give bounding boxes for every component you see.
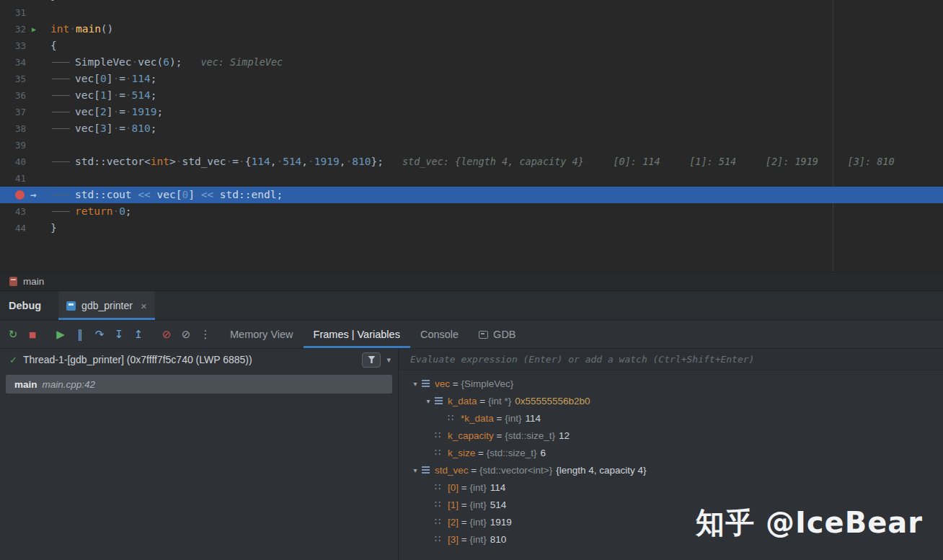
- step-out-icon[interactable]: ↥: [131, 328, 146, 341]
- line-number[interactable]: 41: [0, 170, 26, 187]
- frame-function: main: [14, 379, 37, 390]
- editor-gutter[interactable]: 41: [0, 170, 50, 187]
- gutter-icon-slot: [26, 54, 50, 71]
- line-number[interactable]: 36: [0, 87, 26, 104]
- code-line[interactable]: 40std::vector<int>·std_vec·=·{114,·514,·…: [0, 154, 943, 170]
- variable-row[interactable]: ▾std_vec = {std::vector<int>}{length 4, …: [399, 461, 943, 479]
- frame-location: main.cpp:42: [43, 379, 96, 390]
- gutter-icon-slot: [26, 4, 50, 21]
- code-line[interactable]: 34SimpleVec·vec(6);vec: SimpleVec: [0, 54, 943, 71]
- variable-row[interactable]: ∷k_capacity = {std::size_t}12: [399, 427, 943, 444]
- code-line[interactable]: 39: [0, 137, 943, 154]
- tab-whitespace-icon: [50, 120, 75, 137]
- editor-gutter[interactable]: 33: [0, 37, 50, 54]
- run-gutter-icon[interactable]: ▶: [32, 21, 36, 37]
- tab-memory-view[interactable]: Memory View: [220, 321, 304, 348]
- line-number[interactable]: 37: [0, 104, 26, 120]
- variable-row[interactable]: ▾vec = {SimpleVec}: [399, 375, 943, 392]
- frame-item[interactable]: mainmain.cpp:42: [6, 375, 392, 394]
- step-into-icon[interactable]: ↧: [112, 328, 126, 341]
- chevron-down-icon[interactable]: ▾: [422, 397, 435, 405]
- line-number[interactable]: [0, 187, 26, 203]
- debugger-inline-hint: std_vec: {length 4, capacity 4} [0]: 114…: [402, 156, 895, 167]
- editor-gutter[interactable]: 35: [0, 71, 50, 87]
- variable-name: [0]: [448, 482, 459, 493]
- code-text: {: [50, 37, 943, 54]
- line-number[interactable]: 31: [0, 4, 26, 21]
- ide-window: }3132▶int·main()33{34SimpleVec·vec(6);ve…: [0, 0, 943, 560]
- step-over-icon[interactable]: ↷: [92, 328, 107, 341]
- code-line[interactable]: 35vec[0]·=·114;: [0, 71, 943, 87]
- code-line[interactable]: 33{: [0, 37, 943, 54]
- thread-selector[interactable]: ✓ Thread-1-[gdb_printer] (0x7ffff7f5c740…: [0, 349, 398, 370]
- variable-row[interactable]: ▾k_data = {int *}0x55555556b2b0: [399, 392, 943, 409]
- line-number[interactable]: 38: [0, 120, 26, 137]
- code-line[interactable]: 41: [0, 170, 943, 187]
- line-number[interactable]: 40: [0, 154, 26, 170]
- editor-gutter[interactable]: 40: [0, 154, 50, 170]
- line-number[interactable]: 35: [0, 71, 26, 87]
- evaluate-expression-input[interactable]: Evaluate expression (Enter) or add a wat…: [399, 349, 943, 370]
- gutter-icon-slot: →: [26, 187, 50, 203]
- line-number[interactable]: 44: [0, 220, 26, 236]
- filter-button[interactable]: [362, 352, 381, 368]
- mute-breakpoints-icon[interactable]: ⊘: [159, 328, 174, 341]
- line-number[interactable]: 43: [0, 203, 26, 220]
- code-line[interactable]: 31: [0, 4, 943, 21]
- editor-gutter[interactable]: 31: [0, 4, 50, 21]
- code-line[interactable]: →std::cout·<<·vec[0]·<<·std::endl;: [0, 187, 943, 203]
- code-line[interactable]: 38vec[3]·=·810;: [0, 120, 943, 137]
- editor-gutter[interactable]: 34: [0, 54, 50, 71]
- line-number[interactable]: 33: [0, 37, 26, 54]
- editor-gutter[interactable]: 38: [0, 120, 50, 137]
- view-breakpoints-icon[interactable]: ⊘: [179, 328, 193, 341]
- code-text: }: [50, 220, 943, 236]
- gutter-icon-slot: [26, 120, 50, 137]
- variable-row[interactable]: ∷[0] = {int}114: [399, 479, 943, 496]
- chevron-down-icon[interactable]: ▾: [409, 380, 422, 388]
- breadcrumb-item-main[interactable]: main: [23, 276, 44, 287]
- session-tab-label: gdb_printer: [81, 300, 133, 311]
- chevron-down-icon[interactable]: ▾: [409, 466, 422, 474]
- rerun-icon[interactable]: ↻: [6, 328, 20, 341]
- editor-gutter[interactable]: 39: [0, 137, 50, 154]
- tab-console[interactable]: Console: [410, 321, 469, 348]
- code-line[interactable]: 44}: [0, 220, 943, 236]
- tab-frames-variables[interactable]: Frames | Variables: [304, 321, 410, 348]
- stop-icon[interactable]: ■: [25, 330, 40, 339]
- debug-view-tabs: Memory ViewFrames | VariablesConsoleGDB: [220, 321, 526, 348]
- code-line[interactable]: 36vec[1]·=·514;: [0, 87, 943, 104]
- pause-icon[interactable]: ‖: [73, 328, 87, 341]
- tab-whitespace-icon: [50, 203, 75, 220]
- editor-gutter[interactable]: 44: [0, 220, 50, 236]
- code-line[interactable]: 37vec[2]·=·1919;: [0, 104, 943, 120]
- code-line[interactable]: 43return·0;: [0, 203, 943, 220]
- editor-gutter[interactable]: 43: [0, 203, 50, 220]
- tab-gdb-printer-session[interactable]: gdb_printer ×: [58, 291, 155, 320]
- more-actions-icon[interactable]: ⋮: [198, 328, 213, 341]
- resume-icon[interactable]: ▶: [53, 328, 68, 341]
- variable-name: [1]: [448, 499, 459, 510]
- gutter-icon-slot: [26, 170, 50, 187]
- tab-whitespace-icon: [50, 87, 75, 104]
- breakpoint-icon[interactable]: [15, 190, 25, 200]
- code-editor[interactable]: }3132▶int·main()33{34SimpleVec·vec(6);ve…: [0, 0, 943, 272]
- code-line[interactable]: 32▶int·main(): [0, 21, 943, 37]
- primitive-icon: ∷: [435, 432, 448, 439]
- line-number[interactable]: 39: [0, 137, 26, 154]
- tab-gdb[interactable]: GDB: [469, 321, 526, 348]
- variable-value: 12: [559, 430, 570, 441]
- editor-gutter[interactable]: 36: [0, 87, 50, 104]
- variable-row[interactable]: ∷*k_data = {int}114: [399, 409, 943, 427]
- editor-gutter[interactable]: →: [0, 187, 50, 203]
- line-number[interactable]: 34: [0, 54, 26, 71]
- code-text: vec[3]·=·810;: [50, 120, 943, 137]
- editor-gutter[interactable]: 32▶: [0, 21, 50, 37]
- variable-value: 810: [490, 534, 507, 545]
- chevron-down-icon[interactable]: ▾: [386, 355, 391, 365]
- variable-row[interactable]: ∷k_size = {std::size_t}6: [399, 444, 943, 461]
- watermark: 知乎 @IceBear: [696, 503, 923, 543]
- close-icon[interactable]: ×: [141, 300, 147, 312]
- editor-gutter[interactable]: 37: [0, 104, 50, 120]
- line-number[interactable]: 32: [0, 21, 26, 37]
